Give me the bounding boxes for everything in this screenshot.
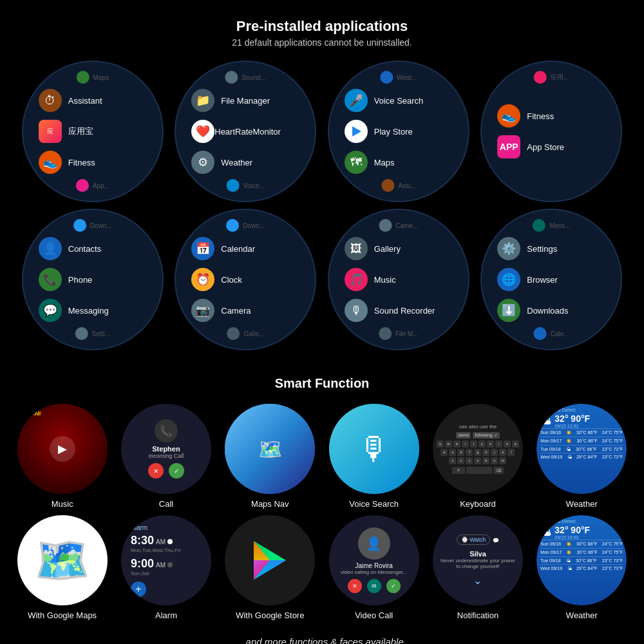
peek-top-1: Maps	[77, 71, 109, 84]
app-item-phone[interactable]: 📞 Phone	[39, 268, 93, 291]
weather-row-tue: Tue 09/18🌤30°C 86°F23°C 73°F	[540, 445, 623, 453]
weather2-row-wed: Wed 09/19🌤29°C 84°F23°C 73°F	[540, 564, 623, 572]
notif-sender-name: Silva	[469, 550, 486, 558]
weather2-row-mon: Mon 09/17☀️30°C 86°F24°C 75°F	[540, 548, 623, 556]
peek-bottom-5: Setti...	[75, 327, 110, 340]
app-item-soundrecorder[interactable]: 🎙 Sound Recorder	[345, 299, 435, 322]
browser-icon: 🌐	[497, 268, 520, 291]
app-item-messaging[interactable]: 💬 Messaging	[39, 299, 109, 322]
accept-button[interactable]: ✓	[169, 463, 184, 478]
weather2-date: 09/15 19:00	[554, 535, 590, 540]
peek-bottom-1: App...	[76, 179, 109, 192]
google-store-circle	[225, 515, 315, 605]
app-item-camera[interactable]: 📷 Camera	[191, 299, 251, 322]
watch-circle-2: Sound... 📁 File Manager ❤️ HeartRateMoni…	[175, 61, 316, 202]
watch-circle-1: Maps ⏱ Assistant 应 应用宝 👟 Fitness App...	[22, 61, 164, 202]
appstore-icon: APP	[497, 135, 520, 158]
weather-date: 09/15 13:32	[554, 424, 590, 428]
peek-bottom-6: Galle...	[227, 327, 264, 340]
contacts-icon: 👤	[39, 237, 62, 260]
peek-top-4: 应用...	[534, 71, 569, 84]
downloads-icon: ⬇️	[497, 299, 520, 322]
video-message-btn[interactable]: ✉	[367, 579, 381, 593]
video-accept-btn[interactable]: ✓	[386, 579, 401, 593]
add-alarm-button[interactable]: +	[131, 582, 146, 597]
alarm-ampm-1: AM	[156, 538, 166, 545]
watch-circle-3: Weat... 🎤 Voice Search Play Store 🗺 Maps…	[328, 61, 469, 202]
weather-circle: Longgand District 🌤 32° 90°F 09/15 13:32…	[536, 404, 627, 494]
app-item-browser[interactable]: 🌐 Browser	[497, 268, 558, 291]
weather2-temp: 32° 90°F	[554, 525, 590, 535]
smart-item-alarm: Alarm 8:30 AM Mon,Tue,Wed,Thu,Fri 9:00 A…	[117, 515, 215, 620]
app-item-weather[interactable]: ⚙ Weather	[191, 151, 252, 174]
alarm-time-1: 8:30	[131, 534, 154, 547]
app-item-fitness2[interactable]: 👟 Fitness	[497, 104, 554, 128]
smart-item-google-store: With Google Store	[221, 515, 319, 620]
maps-icon: 🗺	[345, 151, 368, 174]
app-item-maps[interactable]: 🗺 Maps	[345, 151, 395, 174]
voicesearch-icon: 🎤	[345, 89, 368, 112]
weather-temp: 32° 90°F	[554, 413, 590, 424]
watch-circle-8: Mess... ⚙️ Settings 🌐 Browser ⬇️ Downloa…	[480, 209, 622, 350]
app-item-contacts[interactable]: 👤 Contacts	[39, 237, 101, 260]
app-item-gallery[interactable]: 🖼 Gallery	[345, 237, 401, 260]
smart-function-section: Smart Function AVANI ▶ Music 📞 Stephen I…	[0, 370, 644, 620]
alarm-circle: Alarm 8:30 AM Mon,Tue,Wed,Thu,Fri 9:00 A…	[121, 515, 211, 605]
smart-item-voice: 🎙 Voice Search	[325, 404, 423, 509]
app-item-playstore[interactable]: Play Store	[345, 120, 413, 143]
app-item-settings[interactable]: ⚙️ Settings	[497, 237, 557, 260]
video-call-circle: 👤 Jaime Rovira video calling on Messenge…	[329, 515, 419, 605]
peek-top-8: Mess...	[533, 219, 570, 232]
app-item-voicesearch[interactable]: 🎤 Voice Search	[345, 89, 424, 112]
app-item-music[interactable]: 🎵 Music	[345, 268, 396, 291]
weather-label: Weather	[566, 499, 598, 509]
smart-row-2: 🗺️ With Google Maps Alarm 8:30 AM Mon,Tu…	[0, 515, 644, 620]
peek-bottom-8: Cale...	[534, 327, 569, 340]
decline-button[interactable]: ✕	[148, 463, 164, 478]
smart-item-maps-nav: 🗺️ Maps Nav	[221, 404, 319, 509]
maps-nav-circle: 🗺️	[225, 404, 315, 494]
music-circle: AVANI ▶	[17, 404, 108, 494]
maps-nav-label: Maps Nav	[251, 499, 289, 509]
app-grid: Maps ⏱ Assistant 应 应用宝 👟 Fitness App... …	[0, 61, 644, 350]
smart-row-1: AVANI ▶ Music 📞 Stephen Incoming Call ✕ …	[0, 404, 644, 509]
footer-text: ...and more functions & faces available.	[0, 627, 644, 644]
app-item-appstore[interactable]: APP App Store	[497, 135, 564, 158]
app-item-calendar[interactable]: 📅 Calendar	[191, 237, 255, 260]
smart-item-notification: ⌚ Watch 💬 Silva Never underestimate your…	[428, 515, 527, 620]
smart-item-music: AVANI ▶ Music	[13, 404, 111, 509]
music-text: AVANI	[24, 410, 41, 417]
app-item-baidu[interactable]: 应 应用宝	[39, 120, 93, 143]
app-item-downloads[interactable]: ⬇️ Downloads	[497, 299, 568, 322]
notif-chevron-down: ⌄	[473, 574, 482, 587]
notif-watch-badge: ⌚ Watch	[457, 535, 491, 545]
clock-icon: ⏰	[191, 268, 214, 291]
notif-message-icon: 💬	[493, 538, 499, 544]
heartrate-icon: ❤️	[191, 120, 214, 143]
app-item-fitness[interactable]: 👟 Fitness	[39, 151, 95, 174]
alarm-title: Alarm	[131, 524, 147, 531]
caller-name: Stephen	[152, 445, 180, 453]
google-store-label: With Google Store	[236, 611, 304, 620]
smart-item-weather2: Longgand District 🌤 32° 90°F 09/15 19:00…	[533, 515, 631, 620]
google-maps-label: With Google Maps	[28, 611, 97, 620]
app-item-clock[interactable]: ⏰ Clock	[191, 268, 242, 291]
app-item[interactable]: ⏱ Assistant	[39, 89, 102, 112]
playstore-icon	[345, 120, 368, 143]
notification-label: Notification	[457, 611, 498, 620]
filemanager-icon: 📁	[191, 89, 214, 112]
video-decline-btn[interactable]: ✕	[348, 579, 362, 593]
watch-circle-7: Came... 🖼 Gallery 🎵 Music 🎙 Sound Record…	[328, 209, 469, 350]
alarm-label: Alarm	[155, 611, 177, 620]
watch-circle-4: 应用... 👟 Fitness APP App Store	[480, 61, 622, 202]
alarm-days-2: Sun,Sat	[131, 571, 149, 576]
video-call-status: video calling on Messenger...	[341, 569, 407, 575]
music-play-btn[interactable]: ▶	[50, 436, 75, 462]
smart-item-keyboard: can also use the same following ✓ qwerty…	[428, 404, 527, 509]
peek-top-7: Came...	[379, 219, 418, 232]
app-item-filemanager[interactable]: 📁 File Manager	[191, 89, 270, 112]
app-item-heartrate[interactable]: ❤️ HeartRateMonitor	[191, 120, 281, 143]
weather-location: Longgand District	[540, 408, 575, 412]
peek-bottom-2: Voice...	[227, 179, 265, 192]
video-caller-name: Jaime Rovira	[355, 562, 392, 569]
